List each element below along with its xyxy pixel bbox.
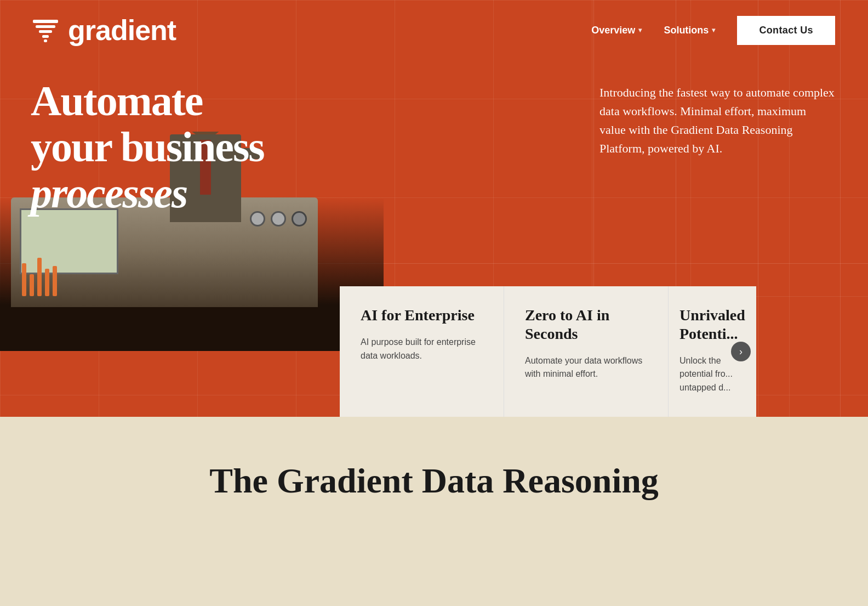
cards-row: AI for Enterprise AI purpose built for e… (340, 286, 868, 417)
svg-rect-4 (44, 39, 47, 42)
slider (30, 274, 34, 296)
svg-rect-2 (39, 30, 52, 33)
card-3-title: UnrivaledPotenti... (679, 306, 745, 343)
card-ai-enterprise: AI for Enterprise AI purpose built for e… (340, 286, 504, 417)
logo: gradient (31, 15, 176, 45)
card-zero-to-ai: Zero to AI in Seconds Automate your data… (504, 286, 669, 417)
headline-line3: processes (31, 169, 187, 217)
nav-links: Overview ▾ Solutions ▾ Contact Us (591, 16, 835, 45)
slider (22, 263, 26, 296)
chevron-down-icon: ▾ (712, 26, 715, 34)
hero-right: Introducing the fastest way to automate … (272, 78, 835, 158)
slider (53, 266, 57, 296)
hero-description: Introducing the fastest way to automate … (599, 83, 835, 158)
headline-line2: your business (31, 123, 264, 171)
svg-rect-3 (42, 35, 49, 38)
nav-solutions[interactable]: Solutions ▾ (664, 25, 715, 36)
nav-overview[interactable]: Overview ▾ (591, 25, 642, 36)
logo-icon (31, 15, 60, 45)
card-2-body: Automate your data workflows with minima… (525, 354, 647, 382)
card-1-title: AI for Enterprise (361, 306, 483, 325)
hero-left: Automate your business processes (31, 78, 272, 217)
bottom-section: The Gradient Data Reasoning (0, 417, 868, 606)
nav-overview-label: Overview (591, 25, 635, 36)
navbar: gradient Overview ▾ Solutions ▾ Contact … (0, 0, 868, 45)
bottom-title: The Gradient Data Reasoning (209, 461, 659, 501)
nav-solutions-label: Solutions (664, 25, 709, 36)
svg-rect-0 (33, 20, 58, 23)
console-sliders (22, 258, 57, 296)
card-2-title: Zero to AI in Seconds (525, 306, 647, 343)
hero-headline: Automate your business processes (31, 78, 272, 217)
slider (45, 269, 49, 296)
cards-next-button[interactable]: › (731, 342, 751, 361)
logo-text: gradient (68, 16, 176, 44)
hero-section: gradient Overview ▾ Solutions ▾ Contact … (0, 0, 868, 417)
card-1-body: AI purpose built for enterprise data wor… (361, 336, 483, 363)
contact-button[interactable]: Contact Us (737, 16, 835, 45)
svg-rect-1 (36, 25, 55, 28)
hero-body: Automate your business processes Introdu… (0, 45, 868, 217)
slider (37, 258, 42, 296)
chevron-down-icon: ▾ (638, 26, 642, 34)
headline-line1: Automate (31, 77, 202, 124)
card-unrivaled: UnrivaledPotenti... Unlock thepotential … (669, 286, 756, 417)
